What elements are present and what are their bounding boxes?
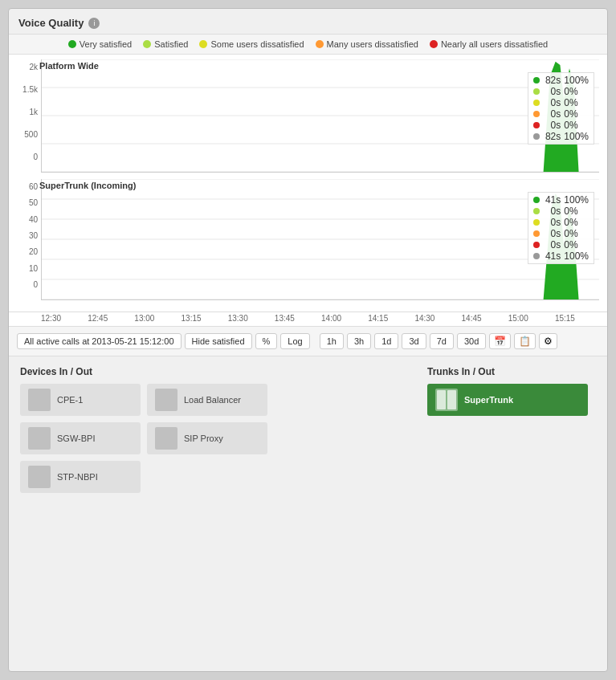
toolbar-btn-1h[interactable]: 1h <box>320 333 344 349</box>
chart-legend-row: 0s 0% <box>533 228 589 239</box>
toolbar-btn-3d[interactable]: 3d <box>402 333 426 349</box>
device-icon <box>28 427 51 450</box>
device-icon <box>155 389 177 411</box>
toolbar-btn-hide-satisfied[interactable]: Hide satisfied <box>185 333 252 349</box>
toolbar-btn-1d[interactable]: 1d <box>374 333 398 349</box>
calendar-icon[interactable]: 📅 <box>489 333 511 349</box>
legend-item: Very satisfied <box>68 39 132 49</box>
x-label: 15:00 <box>508 314 528 323</box>
y-label: 1k <box>29 108 38 116</box>
x-label: 14:00 <box>321 314 341 323</box>
device-card[interactable]: SIP Proxy <box>147 422 267 454</box>
legend-item: Some users dissatisfied <box>199 39 304 49</box>
legend-dot <box>143 40 151 48</box>
chart-legend-val: 82s <box>543 75 561 86</box>
x-label: 12:30 <box>41 314 61 323</box>
chart-legend-pct: 0% <box>564 120 586 131</box>
x-label: 15:15 <box>555 314 575 323</box>
legend-label: Some users dissatisfied <box>210 39 304 49</box>
chart-legend-val: 0s <box>543 108 561 120</box>
device-name: SIP Proxy <box>184 434 223 443</box>
chart-legend-val: 0s <box>543 206 561 217</box>
device-name: CPE-1 <box>57 395 83 405</box>
device-card[interactable]: CPE-1 <box>20 384 141 416</box>
chart-legend-row: 0s 0% <box>533 86 589 97</box>
chart-legend-val: 0s <box>543 217 561 228</box>
toolbar-btn-%[interactable]: % <box>255 333 278 349</box>
chart-legend-val: 0s <box>543 239 561 250</box>
x-label: 12:45 <box>88 314 108 323</box>
x-label: 14:30 <box>414 314 434 323</box>
chart-legend-pct: 0% <box>564 239 586 250</box>
trunk-bar-left <box>437 390 446 409</box>
toolbar-info: All active calls at 2013-05-21 15:12:00 <box>17 333 182 349</box>
charts-area: Platform Wide2k1.5k1k5000 82s 100% 0s 0%… <box>9 55 607 312</box>
chart-legend-dot <box>533 253 540 259</box>
trunk-name: SuperTrunk <box>464 395 513 405</box>
chart-legend-dot <box>533 88 540 95</box>
chart-legend-val: 0s <box>543 228 561 239</box>
chart-legend-row: 0s 0% <box>533 239 589 250</box>
legend-label: Very satisfied <box>80 39 132 49</box>
list-icon[interactable]: 📋 <box>514 333 536 349</box>
y-label: 0 <box>33 153 38 161</box>
chart-legend-row: 82s 100% <box>533 75 589 86</box>
device-card[interactable]: STP-NBPI <box>20 461 141 493</box>
device-icon <box>28 389 51 411</box>
legend-item: Nearly all users dissatisfied <box>430 39 548 49</box>
chart-legend-pct: 0% <box>564 97 586 108</box>
chart-legend-dot <box>533 122 540 128</box>
y-axis-1: 6050403020100 <box>17 179 41 303</box>
chart-body-1: 41s 100% 0s 0% 0s 0% 0s 0% 0s 0% 41s 100… <box>41 179 599 300</box>
toolbar-btn-30d[interactable]: 30d <box>457 333 486 349</box>
chart-body-0: 82s 100% 0s 0% 0s 0% 0s 0% 0s 0% 82s 100… <box>41 59 599 173</box>
trunk-bar-right <box>447 390 456 409</box>
legend-label: Satisfied <box>154 39 188 49</box>
chart-legend-box-0: 82s 100% 0s 0% 0s 0% 0s 0% 0s 0% 82s 100… <box>528 72 594 145</box>
trunk-card[interactable]: SuperTrunk <box>427 384 588 416</box>
device-name: SGW-BPI <box>57 434 95 443</box>
legend-bar: Very satisfied Satisfied Some users diss… <box>9 35 607 55</box>
legend-dot <box>316 40 324 48</box>
chart-legend-row: 41s 100% <box>533 250 589 262</box>
chart-legend-row: 0s 0% <box>533 108 589 120</box>
device-name: Load Balancer <box>184 395 241 405</box>
trunk-icon <box>435 389 458 411</box>
legend-dot <box>68 40 76 48</box>
chart-legend-dot <box>533 242 540 248</box>
chart-legend-dot <box>533 230 540 237</box>
legend-dot <box>430 40 438 48</box>
y-axis-0: 2k1.5k1k5000 <box>17 59 41 176</box>
toolbar-btn-log[interactable]: Log <box>280 333 309 349</box>
chart-legend-val: 0s <box>543 86 561 97</box>
x-label: 13:45 <box>275 314 295 323</box>
chart-legend-pct: 0% <box>564 206 586 217</box>
chart-wrapper-1: 6050403020100 41s 100% 0s 0% 0s 0% 0s 0%… <box>17 179 599 303</box>
page-title: Voice Quality <box>18 17 84 29</box>
devices-grid: CPE-1 Load Balancer SGW-BPI SIP Proxy ST… <box>20 384 416 493</box>
devices-trunks-area: Devices In / Out CPE-1 Load Balancer SGW… <box>9 356 607 509</box>
chart-legend-val: 82s <box>543 131 561 142</box>
settings-icon[interactable]: ⚙ <box>539 333 557 349</box>
trunks-grid: SuperTrunk <box>427 384 596 416</box>
chart-legend-dot <box>533 208 540 214</box>
y-label: 30 <box>29 231 38 240</box>
chart-legend-pct: 0% <box>564 217 586 228</box>
device-name: STP-NBPI <box>57 472 98 482</box>
chart-legend-dot <box>533 77 540 83</box>
device-row: CPE-1 Load Balancer <box>20 384 416 416</box>
device-card[interactable]: Load Balancer <box>147 384 267 416</box>
legend-label: Many users dissatisfied <box>327 39 418 49</box>
y-label: 10 <box>29 264 38 273</box>
device-card[interactable]: SGW-BPI <box>20 422 141 454</box>
toolbar-btn-3h[interactable]: 3h <box>347 333 371 349</box>
chart-wrapper-0: 2k1.5k1k5000 82s 100% 0s 0% 0s 0% 0s 0% … <box>17 59 599 176</box>
chart-legend-box-1: 41s 100% 0s 0% 0s 0% 0s 0% 0s 0% 41s 100… <box>528 192 594 264</box>
y-label: 0 <box>33 280 38 289</box>
x-label: 13:00 <box>134 314 154 323</box>
info-icon[interactable]: i <box>88 18 100 29</box>
trunks-panel: Trunks In / Out SuperTrunk <box>427 366 596 499</box>
toolbar-btn-7d[interactable]: 7d <box>430 333 454 349</box>
chart-legend-dot <box>533 133 540 140</box>
chart-legend-row: 0s 0% <box>533 97 589 108</box>
